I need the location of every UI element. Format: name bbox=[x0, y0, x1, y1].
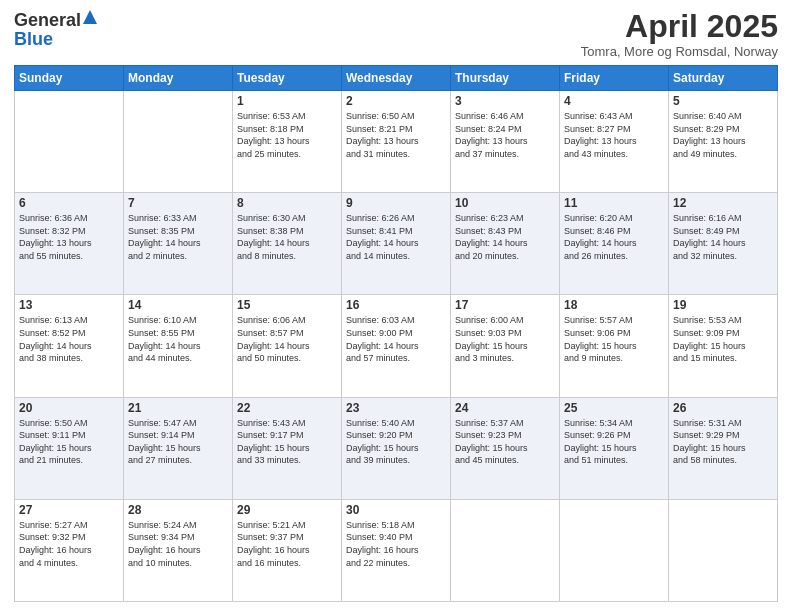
calendar-week-3: 13Sunrise: 6:13 AM Sunset: 8:52 PM Dayli… bbox=[15, 295, 778, 397]
calendar-week-1: 1Sunrise: 6:53 AM Sunset: 8:18 PM Daylig… bbox=[15, 91, 778, 193]
table-row: 19Sunrise: 5:53 AM Sunset: 9:09 PM Dayli… bbox=[669, 295, 778, 397]
day-number: 7 bbox=[128, 196, 228, 210]
table-row: 30Sunrise: 5:18 AM Sunset: 9:40 PM Dayli… bbox=[342, 499, 451, 601]
location: Tomra, More og Romsdal, Norway bbox=[581, 44, 778, 59]
cell-content: Sunrise: 5:53 AM Sunset: 9:09 PM Dayligh… bbox=[673, 314, 773, 364]
cell-content: Sunrise: 6:26 AM Sunset: 8:41 PM Dayligh… bbox=[346, 212, 446, 262]
day-number: 1 bbox=[237, 94, 337, 108]
table-row: 8Sunrise: 6:30 AM Sunset: 8:38 PM Daylig… bbox=[233, 193, 342, 295]
col-tuesday: Tuesday bbox=[233, 66, 342, 91]
day-number: 15 bbox=[237, 298, 337, 312]
cell-content: Sunrise: 5:47 AM Sunset: 9:14 PM Dayligh… bbox=[128, 417, 228, 467]
cell-content: Sunrise: 5:18 AM Sunset: 9:40 PM Dayligh… bbox=[346, 519, 446, 569]
cell-content: Sunrise: 6:43 AM Sunset: 8:27 PM Dayligh… bbox=[564, 110, 664, 160]
table-row: 12Sunrise: 6:16 AM Sunset: 8:49 PM Dayli… bbox=[669, 193, 778, 295]
table-row bbox=[560, 499, 669, 601]
cell-content: Sunrise: 5:57 AM Sunset: 9:06 PM Dayligh… bbox=[564, 314, 664, 364]
day-number: 3 bbox=[455, 94, 555, 108]
day-number: 20 bbox=[19, 401, 119, 415]
cell-content: Sunrise: 5:31 AM Sunset: 9:29 PM Dayligh… bbox=[673, 417, 773, 467]
cell-content: Sunrise: 5:40 AM Sunset: 9:20 PM Dayligh… bbox=[346, 417, 446, 467]
day-number: 12 bbox=[673, 196, 773, 210]
cell-content: Sunrise: 5:50 AM Sunset: 9:11 PM Dayligh… bbox=[19, 417, 119, 467]
logo-general: General bbox=[14, 10, 81, 31]
day-number: 18 bbox=[564, 298, 664, 312]
col-monday: Monday bbox=[124, 66, 233, 91]
day-number: 4 bbox=[564, 94, 664, 108]
cell-content: Sunrise: 5:43 AM Sunset: 9:17 PM Dayligh… bbox=[237, 417, 337, 467]
day-number: 26 bbox=[673, 401, 773, 415]
cell-content: Sunrise: 6:06 AM Sunset: 8:57 PM Dayligh… bbox=[237, 314, 337, 364]
cell-content: Sunrise: 5:34 AM Sunset: 9:26 PM Dayligh… bbox=[564, 417, 664, 467]
day-number: 22 bbox=[237, 401, 337, 415]
day-number: 25 bbox=[564, 401, 664, 415]
calendar-header-row: Sunday Monday Tuesday Wednesday Thursday… bbox=[15, 66, 778, 91]
col-thursday: Thursday bbox=[451, 66, 560, 91]
table-row: 10Sunrise: 6:23 AM Sunset: 8:43 PM Dayli… bbox=[451, 193, 560, 295]
cell-content: Sunrise: 5:37 AM Sunset: 9:23 PM Dayligh… bbox=[455, 417, 555, 467]
table-row: 17Sunrise: 6:00 AM Sunset: 9:03 PM Dayli… bbox=[451, 295, 560, 397]
logo-text: General Blue bbox=[14, 10, 97, 50]
svg-marker-0 bbox=[83, 10, 97, 24]
table-row bbox=[451, 499, 560, 601]
table-row: 14Sunrise: 6:10 AM Sunset: 8:55 PM Dayli… bbox=[124, 295, 233, 397]
cell-content: Sunrise: 6:20 AM Sunset: 8:46 PM Dayligh… bbox=[564, 212, 664, 262]
col-sunday: Sunday bbox=[15, 66, 124, 91]
table-row: 16Sunrise: 6:03 AM Sunset: 9:00 PM Dayli… bbox=[342, 295, 451, 397]
cell-content: Sunrise: 6:36 AM Sunset: 8:32 PM Dayligh… bbox=[19, 212, 119, 262]
table-row: 24Sunrise: 5:37 AM Sunset: 9:23 PM Dayli… bbox=[451, 397, 560, 499]
table-row: 28Sunrise: 5:24 AM Sunset: 9:34 PM Dayli… bbox=[124, 499, 233, 601]
cell-content: Sunrise: 6:50 AM Sunset: 8:21 PM Dayligh… bbox=[346, 110, 446, 160]
table-row: 7Sunrise: 6:33 AM Sunset: 8:35 PM Daylig… bbox=[124, 193, 233, 295]
cell-content: Sunrise: 5:27 AM Sunset: 9:32 PM Dayligh… bbox=[19, 519, 119, 569]
calendar-table: Sunday Monday Tuesday Wednesday Thursday… bbox=[14, 65, 778, 602]
header-right: April 2025 Tomra, More og Romsdal, Norwa… bbox=[581, 10, 778, 59]
table-row: 21Sunrise: 5:47 AM Sunset: 9:14 PM Dayli… bbox=[124, 397, 233, 499]
day-number: 30 bbox=[346, 503, 446, 517]
calendar-week-2: 6Sunrise: 6:36 AM Sunset: 8:32 PM Daylig… bbox=[15, 193, 778, 295]
day-number: 27 bbox=[19, 503, 119, 517]
logo: General Blue bbox=[14, 10, 97, 50]
table-row bbox=[124, 91, 233, 193]
cell-content: Sunrise: 6:33 AM Sunset: 8:35 PM Dayligh… bbox=[128, 212, 228, 262]
calendar-week-4: 20Sunrise: 5:50 AM Sunset: 9:11 PM Dayli… bbox=[15, 397, 778, 499]
table-row: 2Sunrise: 6:50 AM Sunset: 8:21 PM Daylig… bbox=[342, 91, 451, 193]
day-number: 29 bbox=[237, 503, 337, 517]
cell-content: Sunrise: 5:21 AM Sunset: 9:37 PM Dayligh… bbox=[237, 519, 337, 569]
table-row: 5Sunrise: 6:40 AM Sunset: 8:29 PM Daylig… bbox=[669, 91, 778, 193]
day-number: 11 bbox=[564, 196, 664, 210]
col-wednesday: Wednesday bbox=[342, 66, 451, 91]
table-row: 27Sunrise: 5:27 AM Sunset: 9:32 PM Dayli… bbox=[15, 499, 124, 601]
day-number: 10 bbox=[455, 196, 555, 210]
day-number: 16 bbox=[346, 298, 446, 312]
col-friday: Friday bbox=[560, 66, 669, 91]
day-number: 28 bbox=[128, 503, 228, 517]
logo-blue: Blue bbox=[14, 29, 97, 50]
col-saturday: Saturday bbox=[669, 66, 778, 91]
table-row: 11Sunrise: 6:20 AM Sunset: 8:46 PM Dayli… bbox=[560, 193, 669, 295]
calendar-week-5: 27Sunrise: 5:27 AM Sunset: 9:32 PM Dayli… bbox=[15, 499, 778, 601]
day-number: 19 bbox=[673, 298, 773, 312]
day-number: 8 bbox=[237, 196, 337, 210]
cell-content: Sunrise: 6:16 AM Sunset: 8:49 PM Dayligh… bbox=[673, 212, 773, 262]
cell-content: Sunrise: 5:24 AM Sunset: 9:34 PM Dayligh… bbox=[128, 519, 228, 569]
table-row: 18Sunrise: 5:57 AM Sunset: 9:06 PM Dayli… bbox=[560, 295, 669, 397]
day-number: 23 bbox=[346, 401, 446, 415]
page: General Blue April 2025 Tomra, More og R… bbox=[0, 0, 792, 612]
month-title: April 2025 bbox=[581, 10, 778, 42]
day-number: 2 bbox=[346, 94, 446, 108]
table-row: 3Sunrise: 6:46 AM Sunset: 8:24 PM Daylig… bbox=[451, 91, 560, 193]
cell-content: Sunrise: 6:00 AM Sunset: 9:03 PM Dayligh… bbox=[455, 314, 555, 364]
table-row bbox=[669, 499, 778, 601]
cell-content: Sunrise: 6:40 AM Sunset: 8:29 PM Dayligh… bbox=[673, 110, 773, 160]
table-row: 9Sunrise: 6:26 AM Sunset: 8:41 PM Daylig… bbox=[342, 193, 451, 295]
cell-content: Sunrise: 6:53 AM Sunset: 8:18 PM Dayligh… bbox=[237, 110, 337, 160]
cell-content: Sunrise: 6:03 AM Sunset: 9:00 PM Dayligh… bbox=[346, 314, 446, 364]
table-row bbox=[15, 91, 124, 193]
day-number: 14 bbox=[128, 298, 228, 312]
day-number: 5 bbox=[673, 94, 773, 108]
header: General Blue April 2025 Tomra, More og R… bbox=[14, 10, 778, 59]
logo-triangle-icon bbox=[83, 10, 97, 24]
day-number: 17 bbox=[455, 298, 555, 312]
cell-content: Sunrise: 6:13 AM Sunset: 8:52 PM Dayligh… bbox=[19, 314, 119, 364]
